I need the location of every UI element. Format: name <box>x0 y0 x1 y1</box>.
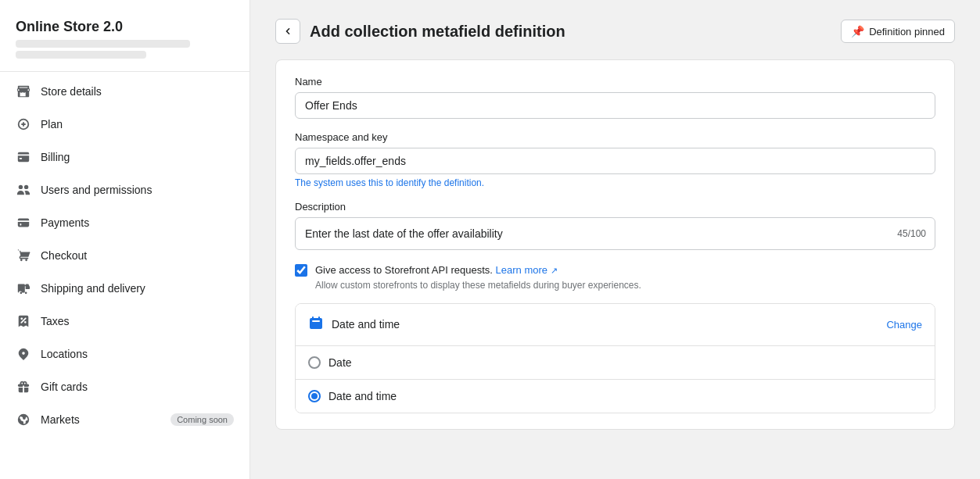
radio-date <box>308 356 321 369</box>
sidebar-item-users-label: Users and permissions <box>41 184 234 196</box>
type-header-left: Date and time <box>308 315 400 334</box>
sidebar-item-shipping-delivery[interactable]: Shipping and delivery <box>0 272 249 305</box>
radio-date-and-time <box>308 390 321 402</box>
sidebar-item-gift-cards[interactable]: Gift cards <box>0 370 249 403</box>
taxes-icon <box>16 313 31 329</box>
users-icon <box>16 182 31 198</box>
back-button[interactable] <box>275 19 300 44</box>
checkbox-sublabel: Allow custom storefronts to display thes… <box>315 280 641 291</box>
locations-icon <box>16 346 31 362</box>
type-name: Date and time <box>332 318 400 331</box>
sidebar: Online Store 2.0 Store details Plan Bill… <box>0 0 250 479</box>
namespace-label: Namespace and key <box>295 131 935 143</box>
shipping-icon <box>16 281 31 296</box>
sidebar-item-payments-label: Payments <box>41 216 234 229</box>
sidebar-item-locations-label: Locations <box>41 348 234 360</box>
type-option-date[interactable]: Date <box>296 346 935 380</box>
main-content: Add collection metafield definition 📌 De… <box>250 0 980 479</box>
type-header: Date and time Change <box>296 304 935 346</box>
namespace-hint: The system uses this to identify the def… <box>295 177 935 188</box>
sidebar-item-store-details[interactable]: Store details <box>0 75 249 108</box>
pin-label: Definition pinned <box>869 26 945 38</box>
gift-icon <box>16 379 31 395</box>
sidebar-item-store-details-label: Store details <box>41 85 234 98</box>
store-icon <box>16 84 31 99</box>
name-label: Name <box>295 76 935 88</box>
type-option-date-and-time-label: Date and time <box>328 390 397 402</box>
main-header: Add collection metafield definition 📌 De… <box>275 19 955 44</box>
sidebar-item-shipping-label: Shipping and delivery <box>41 282 234 295</box>
radio-inner-selected <box>311 393 318 399</box>
name-group: Name <box>295 76 935 119</box>
type-option-date-label: Date <box>328 356 352 369</box>
type-option-date-and-time[interactable]: Date and time <box>296 380 935 413</box>
sidebar-item-users-permissions[interactable]: Users and permissions <box>0 173 249 206</box>
main-header-left: Add collection metafield definition <box>275 19 565 44</box>
checkbox-text-block: Give access to Storefront API requests. … <box>315 263 641 291</box>
sidebar-item-gift-cards-label: Gift cards <box>41 381 234 393</box>
sidebar-item-markets[interactable]: Markets Coming soon <box>0 403 249 436</box>
external-link-icon: ↗ <box>551 266 558 275</box>
sidebar-item-checkout[interactable]: Checkout <box>0 239 249 272</box>
sidebar-item-plan-label: Plan <box>41 118 234 130</box>
storefront-api-checkbox-row: Give access to Storefront API requests. … <box>295 263 935 291</box>
billing-icon <box>16 149 31 165</box>
sidebar-item-billing-label: Billing <box>41 151 234 163</box>
description-label: Description <box>295 201 935 213</box>
sidebar-item-taxes-label: Taxes <box>41 315 234 327</box>
description-counter: 45/100 <box>897 228 926 239</box>
markets-icon <box>16 412 31 427</box>
description-group: Description 45/100 <box>295 201 935 250</box>
checkout-icon <box>16 248 31 263</box>
calendar-icon <box>308 315 324 334</box>
description-wrapper: 45/100 <box>295 217 935 250</box>
sidebar-item-billing[interactable]: Billing <box>0 141 249 173</box>
sidebar-item-taxes[interactable]: Taxes <box>0 305 249 338</box>
checkbox-label: Give access to Storefront API requests. … <box>315 263 641 278</box>
markets-badge: Coming soon <box>171 413 234 426</box>
sidebar-item-plan[interactable]: Plan <box>0 108 249 141</box>
plan-icon <box>16 116 31 132</box>
pin-badge[interactable]: 📌 Definition pinned <box>841 20 955 43</box>
type-selector-card: Date and time Change Date Date and time <box>295 303 935 413</box>
storefront-api-checkbox[interactable] <box>295 264 307 277</box>
sidebar-subtitle <box>0 38 249 68</box>
payments-icon <box>16 215 31 231</box>
sidebar-item-payments[interactable]: Payments <box>0 206 249 239</box>
namespace-input[interactable] <box>295 148 935 174</box>
sidebar-item-checkout-label: Checkout <box>41 249 234 262</box>
sidebar-divider <box>0 71 249 72</box>
page-title: Add collection metafield definition <box>310 23 565 41</box>
form-card: Name Namespace and key The system uses t… <box>275 59 955 430</box>
change-type-link[interactable]: Change <box>886 319 922 331</box>
sidebar-title: Online Store 2.0 <box>0 13 249 38</box>
pin-icon: 📌 <box>851 25 864 38</box>
learn-more-link[interactable]: Learn more ↗ <box>496 264 558 276</box>
name-input[interactable] <box>295 92 935 119</box>
sidebar-item-markets-label: Markets <box>41 413 161 426</box>
description-input[interactable] <box>295 217 935 250</box>
namespace-group: Namespace and key The system uses this t… <box>295 131 935 188</box>
sidebar-item-locations[interactable]: Locations <box>0 338 249 370</box>
